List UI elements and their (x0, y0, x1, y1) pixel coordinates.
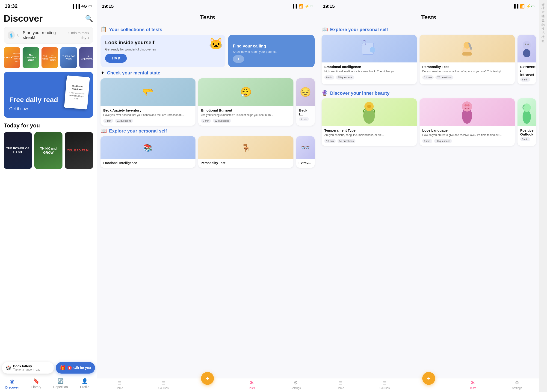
extra-img: 👓 (296, 136, 315, 159)
beck2-img: 😔 (296, 78, 315, 106)
book-thumb-10args[interactable]: 10 Arguments... (79, 47, 93, 68)
collection-secondary-card[interactable]: Find your calling Know how to reach your… (228, 35, 315, 67)
emotional-desc-r: High emotional intelligence is a new bla… (324, 70, 414, 74)
test-card-beck1[interactable]: 🫳 Beck Anxiety Inventory Have you ever n… (101, 78, 195, 126)
card-personality-right[interactable]: Personality Test Do you want to know wha… (419, 35, 515, 84)
burnout-title: Emotional Burnout (201, 108, 290, 112)
tests-nav-home-left[interactable]: ⊟ Home (97, 380, 141, 390)
book-decoration: The How of Happiness A new approach to g… (64, 75, 90, 109)
lottery-pill[interactable]: 🎲 Book lottery Tap for a random read (2, 362, 54, 374)
divider-section (321, 87, 536, 87)
card-extrovert-right[interactable]: Extrovert / Introvert 6 min (518, 35, 536, 84)
search-icon[interactable]: 🔍 (85, 15, 93, 22)
streak-banner[interactable]: 💧 0 Start your reading streak! 2 min to … (4, 27, 93, 44)
nav-repetition[interactable]: 🔄 Repetition (48, 378, 73, 389)
extra-title: Extrav... (299, 161, 312, 165)
settings-label-left: Settings (291, 386, 301, 390)
fab-button-right[interactable]: + (422, 372, 435, 385)
tests-content-left: 📋 Your collections of tests 🐱 Look insid… (97, 24, 318, 378)
emotional-title: Emotional Intelligence (103, 161, 193, 165)
extrovert-time-r: 6 min (520, 77, 530, 81)
beck1-meta: 7 min 21 questions (103, 119, 193, 123)
tests-nav-tests-left[interactable]: ✱ Tests (230, 380, 274, 390)
test-card-burnout[interactable]: 😮‍💨 Emotional Burnout Are you feeling ex… (198, 78, 293, 126)
nav-profile[interactable]: 👤 Profile (73, 378, 97, 389)
extrovert-body-r: Extrovert / Introvert 6 min (518, 62, 536, 84)
free-daily-banner[interactable]: The How of Happiness A new approach to g… (4, 72, 93, 118)
collection-secondary-title: Find your calling (233, 44, 310, 49)
lottery-text: Book lottery Tap for a random read (13, 364, 40, 371)
home-label-right: Home (337, 386, 344, 390)
time-1: 19:32 (5, 3, 18, 9)
tests-nav-settings-left[interactable]: ⚙ Settings (274, 380, 318, 390)
emotional-img: 📚 (101, 136, 195, 159)
book-think[interactable]: THINK and GROW (34, 132, 63, 169)
repetition-nav-icon: 🔄 (57, 378, 64, 384)
book-bad[interactable]: YOU BAD AT M... (65, 132, 93, 169)
explore-personal-icon-3: 📖 (321, 27, 328, 33)
personality-svg (458, 38, 476, 59)
extrovert-meta-r: 6 min (520, 77, 533, 81)
collection-main-card[interactable]: 🐱 Look inside yourself Get ready for won… (101, 35, 226, 67)
personality-questions-r: 70 questions (435, 75, 453, 80)
tests-nav-courses-left[interactable]: ⊟ Courses (141, 380, 185, 390)
secondary-btn[interactable]: T (233, 55, 244, 63)
lottery-main: Book lottery (13, 364, 40, 368)
library-nav-icon: 🔖 (33, 378, 39, 384)
tests-nav-settings-right[interactable]: ⚙ Settings (495, 380, 539, 390)
svg-point-15 (462, 101, 472, 112)
love-body: Love Language How do you prefer to give … (419, 126, 515, 146)
explore-personal-text-3: Explore your personal self (330, 27, 388, 32)
nav-discover[interactable]: ◉ Discover (0, 378, 24, 389)
lottery-sub: Tap for a random read (13, 368, 40, 371)
beck1-questions: 21 questions (115, 119, 133, 123)
collections-heading: 📋 Your collections of tests (101, 27, 315, 33)
svg-point-13 (367, 105, 371, 108)
beck1-title: Beck Anxiety Inventory (103, 108, 193, 112)
free-daily-link[interactable]: Get it now → (9, 107, 88, 111)
tests-nav-home-right[interactable]: ⊟ Home (318, 380, 362, 390)
home-label-left: Home (116, 386, 123, 390)
temperament-time: 18 min (324, 139, 336, 143)
book-thumb-5day[interactable]: THE 5·4 DAY WEEK (60, 47, 77, 68)
card-temperament[interactable]: Temperament Type Are you choleric, sangu… (321, 98, 417, 146)
personality-title: Personality Test (201, 161, 291, 165)
test-card-beck2[interactable]: 😔 Beck I... 7 min (296, 78, 315, 126)
nav-library[interactable]: 🔖 Library (24, 378, 48, 389)
positive-time: 3 min (520, 137, 530, 141)
extra-body: Extrav... (296, 159, 315, 168)
mental-state-cards: 🫳 Beck Anxiety Inventory Have you ever n… (101, 78, 315, 126)
beck1-time: 7 min (103, 119, 113, 123)
temperament-title: Temperament Type (324, 128, 414, 132)
personal-card-extra[interactable]: 👓 Extrav... (296, 136, 315, 168)
emotional-meta-r: 8 min 25 questions (324, 75, 414, 80)
personal-card-emotional[interactable]: 📚 Emotional Intelligence (101, 136, 195, 168)
wifi-icon-3: 📶 (520, 4, 525, 9)
try-it-button[interactable]: Try it (105, 54, 127, 63)
card-emotional-right[interactable]: Emotional Intelligence High emotional in… (321, 35, 417, 84)
battery-icon: ▭ (88, 4, 92, 9)
tests-nav-courses-right[interactable]: ⊟ Courses (362, 380, 407, 390)
gift-text: Gift for you (74, 366, 91, 370)
book-thumb-originals[interactable]: ORIGINALSHow non-conformists move the wo… (4, 47, 20, 68)
temperament-meta: 18 min 57 questions (324, 139, 414, 143)
positive-body: Positive Outlook 3 min (518, 126, 536, 144)
tests-icon-right: ✱ (471, 380, 475, 386)
book-habit[interactable]: THE POWER OF HABIT (4, 132, 32, 169)
svg-point-8 (523, 49, 530, 57)
emotional-title-r: Emotional Intelligence (324, 65, 414, 69)
fab-button-left[interactable]: + (201, 372, 214, 385)
tests-header-3: Tests (318, 12, 539, 24)
book-thumb-conscious[interactable]: The Conscious Closet (23, 47, 39, 68)
personal-self-text: Explore your personal self (109, 128, 167, 134)
card-positive[interactable]: Positive Outlook 3 min (518, 98, 536, 146)
courses-label-right: Courses (379, 386, 390, 390)
personal-card-personality[interactable]: 🪑 Personality Test (198, 136, 293, 168)
book-thumb-gene[interactable]: THE GENEAn intimate history (41, 47, 58, 68)
gift-icon: 🎁 (60, 365, 66, 371)
tests-nav-tests-right[interactable]: ✱ Tests (451, 380, 495, 390)
book-carousel: ORIGINALSHow non-conformists move the wo… (4, 47, 93, 68)
status-icons-1: ▐▐▐ 4G ▭ (71, 4, 92, 9)
gift-pill[interactable]: 🎁 1 Gift for you (56, 362, 95, 374)
card-love-language[interactable]: Love Language How do you prefer to give … (419, 98, 515, 146)
